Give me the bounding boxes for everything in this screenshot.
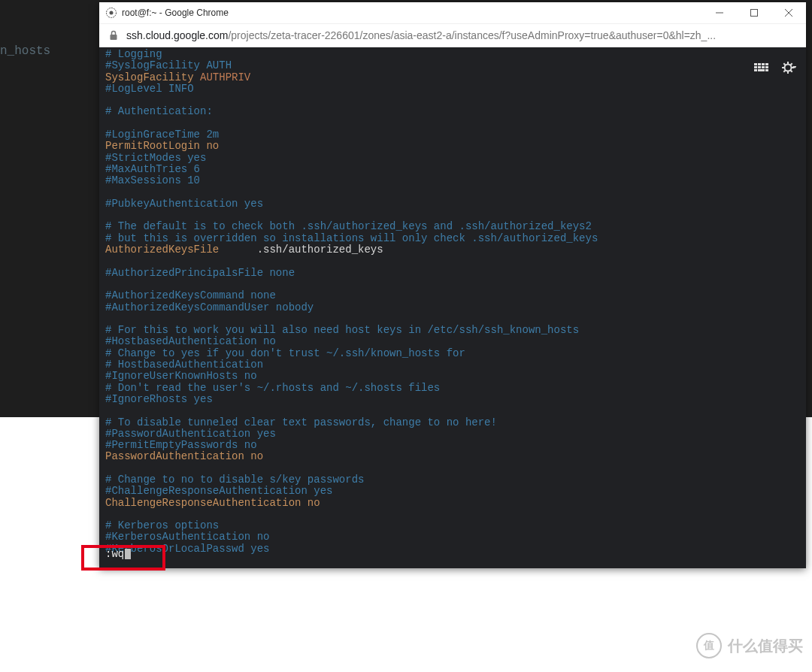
svg-rect-6 xyxy=(111,35,117,40)
svg-rect-10 xyxy=(765,63,768,65)
ssh-app-icon xyxy=(105,7,117,19)
svg-line-23 xyxy=(783,63,785,65)
url-path: /projects/zeta-tracer-226601/zones/asia-… xyxy=(228,29,716,41)
keyboard-icon[interactable] xyxy=(753,59,770,76)
svg-rect-8 xyxy=(758,63,761,65)
annotation-highlight-box xyxy=(81,545,165,571)
svg-point-18 xyxy=(785,65,792,71)
window-title: root@f:~ - Google Chrome xyxy=(122,8,702,18)
watermark-text: 什么值得买 xyxy=(728,636,803,656)
svg-rect-7 xyxy=(754,63,757,65)
watermark-badge: 值 xyxy=(696,633,722,658)
svg-line-25 xyxy=(791,63,792,65)
svg-rect-3 xyxy=(751,10,758,17)
window-controls xyxy=(702,2,806,23)
svg-rect-11 xyxy=(754,66,757,68)
gear-icon[interactable] xyxy=(780,59,797,76)
svg-line-24 xyxy=(791,71,792,72)
terminal-area[interactable]: # Logging#SyslogFacility AUTHSyslogFacil… xyxy=(99,47,806,568)
svg-point-1 xyxy=(110,11,114,15)
terminal-content: # Logging#SyslogFacility AUTHSyslogFacil… xyxy=(105,49,598,555)
url-text: ssh.cloud.google.com/projects/zeta-trace… xyxy=(126,29,797,41)
svg-rect-12 xyxy=(758,66,761,68)
window-titlebar[interactable]: root@f:~ - Google Chrome xyxy=(99,2,806,23)
chrome-window: root@f:~ - Google Chrome ssh.cloud.googl… xyxy=(99,2,806,568)
svg-rect-13 xyxy=(762,66,765,68)
lock-icon xyxy=(108,30,119,41)
svg-rect-15 xyxy=(754,69,757,71)
svg-rect-14 xyxy=(765,66,768,68)
close-button[interactable] xyxy=(771,2,806,23)
address-bar[interactable]: ssh.cloud.google.com/projects/zeta-trace… xyxy=(99,23,806,47)
url-host: ssh.cloud.google.com xyxy=(126,29,228,41)
minimize-button[interactable] xyxy=(702,2,737,23)
maximize-button[interactable] xyxy=(737,2,771,23)
background-text-fragment: n_hosts xyxy=(0,44,50,58)
svg-line-26 xyxy=(783,71,785,72)
svg-rect-9 xyxy=(762,63,765,65)
svg-rect-16 xyxy=(758,69,765,71)
svg-rect-17 xyxy=(765,69,768,71)
watermark: 值 什么值得买 xyxy=(696,633,803,658)
